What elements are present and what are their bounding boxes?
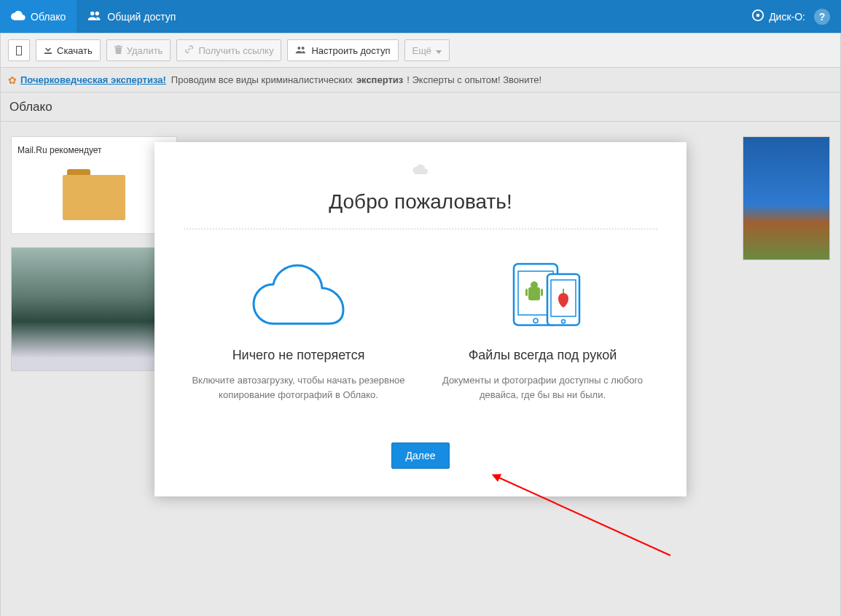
cloud-small-icon [184,164,657,179]
cloud-outline-icon [191,254,406,335]
feature-mobile-title: Файлы всегда под рукой [435,348,650,363]
svg-rect-12 [541,289,543,296]
feature-mobile-body: Документы и фотографии доступны с любого… [435,373,650,402]
modal-overlay: Добро пожаловать! Ничего не потеряется В… [0,0,841,616]
next-button[interactable]: Далее [391,442,449,469]
feature-mobile: Файлы всегда под рукой Документы и фотог… [428,254,657,402]
devices-icon [435,254,650,335]
svg-rect-11 [525,289,528,296]
modal-title: Добро пожаловать! [184,190,657,214]
feature-backup-body: Включите автозагрузку, чтобы начать резе… [191,373,406,402]
divider [184,228,657,230]
svg-point-8 [533,319,538,323]
feature-backup-title: Ничего не потеряется [191,348,406,363]
svg-rect-9 [528,287,540,300]
svg-point-10 [531,281,538,289]
svg-rect-16 [563,289,564,293]
feature-backup: Ничего не потеряется Включите автозагруз… [184,254,413,402]
welcome-modal: Добро пожаловать! Ничего не потеряется В… [154,142,687,496]
